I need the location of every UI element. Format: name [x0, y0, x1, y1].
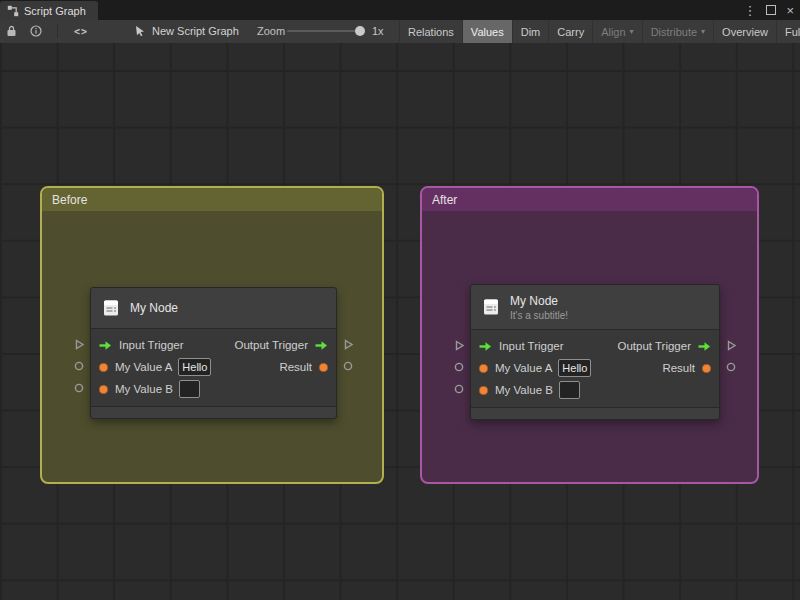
chevron-down-icon: ▾ — [630, 27, 634, 36]
node-header[interactable]: My Node It's a subtitle! — [471, 285, 719, 330]
port-label: My Value B — [115, 383, 173, 395]
fullscreen-button[interactable]: Full Scr — [777, 20, 800, 43]
group-label: After — [432, 193, 457, 207]
maximize-icon[interactable] — [766, 5, 776, 15]
port-label: Input Trigger — [119, 339, 184, 351]
node-icon — [481, 297, 501, 317]
script-graph-tab[interactable]: Script Graph — [0, 1, 98, 20]
value-port-icon[interactable] — [98, 362, 109, 373]
node-icon — [101, 298, 121, 318]
lock-icon[interactable] — [6, 20, 17, 42]
code-icon[interactable]: <> — [74, 20, 88, 42]
value-port-icon[interactable] — [98, 384, 109, 395]
ext-value-port[interactable] — [725, 361, 737, 373]
dim-button[interactable]: Dim — [513, 20, 550, 43]
port-label: Output Trigger — [617, 340, 691, 352]
ext-flow-in-port[interactable] — [73, 338, 85, 350]
node-title: My Node — [130, 301, 178, 315]
zoom-slider-track — [287, 30, 361, 32]
port-rows: Input Trigger Output Trigger My Value A … — [471, 330, 719, 407]
flow-in-port-icon[interactable] — [98, 340, 113, 351]
relations-button[interactable]: Relations — [399, 20, 463, 43]
ext-value-port[interactable] — [453, 361, 465, 373]
chevron-down-icon: ▾ — [701, 27, 705, 36]
value-port-icon[interactable] — [478, 385, 489, 396]
value-a-field[interactable]: Hello — [178, 358, 211, 376]
node-header[interactable]: My Node — [91, 288, 336, 329]
ext-value-port[interactable] — [453, 383, 465, 395]
node-footer — [91, 406, 336, 418]
script-graph-icon — [7, 5, 19, 17]
value-b-field[interactable] — [179, 380, 200, 398]
zoom-value: 1x — [372, 20, 384, 42]
tab-title: Script Graph — [24, 5, 86, 17]
group-label: Before — [52, 193, 87, 207]
value-port-icon[interactable] — [478, 363, 489, 374]
value-port-icon[interactable] — [701, 363, 712, 374]
port-label: Result — [662, 362, 695, 374]
ext-flow-in-port[interactable] — [453, 339, 465, 351]
flow-out-port-icon[interactable] — [314, 340, 329, 351]
port-label: My Value A — [115, 361, 172, 373]
node-after[interactable]: My Node It's a subtitle! Input Trigger O… — [470, 284, 720, 420]
ext-value-port[interactable] — [73, 360, 85, 372]
zoom-slider[interactable] — [287, 20, 367, 42]
port-label: Result — [279, 361, 312, 373]
port-label: My Value A — [495, 362, 552, 374]
toolbar-separator — [57, 24, 58, 38]
flow-out-port-icon[interactable] — [697, 341, 712, 352]
port-label: Input Trigger — [499, 340, 564, 352]
toolbar: <> New Script Graph Zoom 1x Relations Va… — [0, 20, 800, 44]
graph-select-icon — [134, 25, 146, 37]
graph-breadcrumb[interactable]: New Script Graph — [134, 20, 239, 42]
window-controls: ⋮ × — [743, 0, 794, 20]
align-dropdown[interactable]: Align▾ — [593, 20, 642, 43]
info-icon[interactable] — [30, 20, 42, 42]
menu-icon[interactable]: ⋮ — [743, 4, 756, 17]
tab-bar: Script Graph ⋮ × — [0, 0, 800, 20]
carry-button[interactable]: Carry — [549, 20, 593, 43]
toolbar-buttons: Relations Values Dim Carry Align▾ Distri… — [399, 20, 800, 43]
zoom-label: Zoom — [257, 20, 285, 42]
port-row: My Value A Hello Result — [91, 356, 336, 378]
zoom-slider-knob[interactable] — [355, 26, 365, 36]
values-button[interactable]: Values — [463, 20, 513, 43]
port-label: My Value B — [495, 384, 553, 396]
node-before[interactable]: My Node Input Trigger Output Trigger — [90, 287, 337, 419]
flow-in-port-icon[interactable] — [478, 341, 493, 352]
port-row: Input Trigger Output Trigger — [91, 334, 336, 356]
group-before[interactable]: Before My Node Input Trigger Output Trig… — [40, 186, 384, 484]
group-after[interactable]: After My Node It's a subtitle! Input Tri… — [420, 186, 759, 484]
node-subtitle: It's a subtitle! — [510, 310, 568, 321]
close-icon[interactable]: × — [786, 4, 794, 17]
ext-flow-out-port[interactable] — [725, 339, 737, 351]
group-before-header[interactable]: Before — [42, 188, 382, 211]
graph-name: New Script Graph — [152, 25, 239, 37]
port-row: Input Trigger Output Trigger — [471, 335, 719, 357]
port-row: My Value B — [91, 378, 336, 400]
node-title: My Node — [510, 294, 568, 308]
node-footer — [471, 407, 719, 419]
ext-value-port[interactable] — [73, 382, 85, 394]
distribute-dropdown[interactable]: Distribute▾ — [643, 20, 714, 43]
port-row: My Value B — [471, 379, 719, 401]
port-row: My Value A Hello Result — [471, 357, 719, 379]
overview-button[interactable]: Overview — [714, 20, 777, 43]
port-rows: Input Trigger Output Trigger My Value A … — [91, 329, 336, 406]
value-a-field[interactable]: Hello — [558, 359, 591, 377]
group-after-header[interactable]: After — [422, 188, 757, 211]
value-port-icon[interactable] — [318, 362, 329, 373]
ext-flow-out-port[interactable] — [342, 338, 354, 350]
port-label: Output Trigger — [234, 339, 308, 351]
graph-canvas[interactable]: Before My Node Input Trigger Output Trig… — [0, 43, 800, 600]
ext-value-port[interactable] — [342, 360, 354, 372]
value-b-field[interactable] — [559, 381, 580, 399]
